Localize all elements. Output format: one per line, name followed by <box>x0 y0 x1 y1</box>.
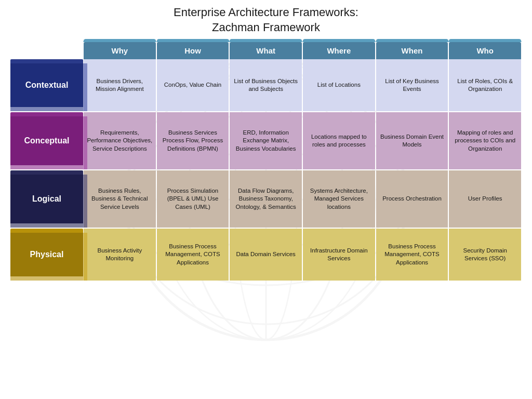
cell-conceptual-3: Locations mapped to roles and processes <box>303 112 375 169</box>
row-label-conceptual: Conceptual <box>10 112 83 169</box>
cell-physical-0: Business Activity Monitoring <box>84 229 156 281</box>
row-label-text-physical: Physical <box>10 233 83 276</box>
cell-logical-3: Systems Architecture, Managed Services l… <box>303 170 375 228</box>
cell-conceptual-4: Business Domain Event Models <box>376 112 448 169</box>
data-rows: ContextualBusiness Drivers, Mission Alig… <box>10 59 522 282</box>
page-content: Enterprise Architecture Frameworks: Zach… <box>0 0 532 399</box>
row-label-text-contextual: Contextual <box>10 63 83 107</box>
row-contextual: ContextualBusiness Drivers, Mission Alig… <box>10 59 522 111</box>
row-logical: LogicalBusiness Rules, Business & Techni… <box>10 170 522 228</box>
cell-contextual-4: List of Key Business Events <box>376 59 448 111</box>
cell-logical-5: User Profiles <box>449 170 521 228</box>
cell-physical-2: Data Domain Services <box>230 229 302 281</box>
row-conceptual: ConceptualRequirements, Performance Obje… <box>10 112 522 169</box>
label-side-decoration <box>83 63 87 111</box>
col-header-who: Who <box>449 42 521 59</box>
row-physical: PhysicalBusiness Activity MonitoringBusi… <box>10 229 522 281</box>
cell-logical-1: Process Simulation (BPEL & UML) Use Case… <box>157 170 229 228</box>
cell-conceptual-0: Requirements, Performance Objectives, Se… <box>84 112 156 169</box>
row-cells-physical: Business Activity MonitoringBusiness Pro… <box>83 229 522 281</box>
row-label-physical: Physical <box>10 229 83 281</box>
row-label-text-logical: Logical <box>10 175 83 223</box>
row-cells-conceptual: Requirements, Performance Objectives, Se… <box>83 112 522 169</box>
cell-physical-1: Business Process Management, COTS Applic… <box>157 229 229 281</box>
cell-conceptual-1: Business Services Process Flow, Process … <box>157 112 229 169</box>
cell-logical-4: Process Orchestration <box>376 170 448 228</box>
cell-contextual-1: ConOps, Value Chain <box>157 59 229 111</box>
label-side-decoration <box>83 175 87 228</box>
cell-contextual-5: List of Roles, COIs & Organization <box>449 59 521 111</box>
cell-conceptual-2: ERD, Information Exchange Matrix, Busine… <box>230 112 302 169</box>
cell-conceptual-5: Mapping of roles and processes to COIs a… <box>449 112 521 169</box>
cell-physical-4: Business Process Management, COTS Applic… <box>376 229 448 281</box>
cell-logical-0: Business Rules, Business & Technical Ser… <box>84 170 156 228</box>
cell-physical-5: Security Domain Services (SSO) <box>449 229 521 281</box>
col-header-why: Why <box>84 42 156 59</box>
label-side-decoration <box>83 233 87 281</box>
row-cells-logical: Business Rules, Business & Technical Ser… <box>83 170 522 228</box>
cell-contextual-2: List of Business Objects and Subjects <box>230 59 302 111</box>
col-header-what: What <box>230 42 302 59</box>
row-label-text-conceptual: Conceptual <box>10 116 83 165</box>
cell-physical-3: Infrastructure Domain Services <box>303 229 375 281</box>
col-header-how: How <box>157 42 229 59</box>
row-label-contextual: Contextual <box>10 59 83 111</box>
col-header-when: When <box>376 42 448 59</box>
header-row: Why How What Where When Who <box>83 42 522 59</box>
row-label-logical: Logical <box>10 170 83 228</box>
cell-contextual-3: List of Locations <box>303 59 375 111</box>
label-side-decoration <box>83 116 87 169</box>
row-cells-contextual: Business Drivers, Mission AlignmentConOp… <box>83 59 522 111</box>
cell-logical-2: Data Flow Diagrams, Business Taxonomy, O… <box>230 170 302 228</box>
page-title: Enterprise Architecture Frameworks: Zach… <box>10 5 522 35</box>
framework-table: Why How What Where When Who ContextualBu… <box>10 42 522 282</box>
cell-contextual-0: Business Drivers, Mission Alignment <box>84 59 156 111</box>
col-header-where: Where <box>303 42 375 59</box>
